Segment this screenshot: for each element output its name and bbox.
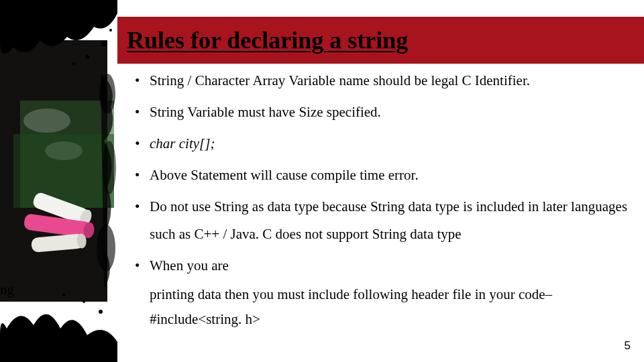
svg-rect-13	[32, 191, 91, 226]
svg-point-8	[83, 300, 85, 303]
svg-point-7	[99, 310, 103, 314]
content-area: String / Character Array Variable name s…	[131, 67, 634, 333]
svg-rect-17	[31, 233, 85, 253]
svg-rect-15	[23, 213, 92, 239]
bullet-item-code: char city[];	[131, 130, 634, 158]
title-bar: Rules for declaring a string	[117, 17, 644, 64]
svg-point-9	[62, 294, 65, 296]
bullet-item: When you are	[131, 252, 634, 280]
svg-rect-0	[0, 40, 107, 302]
bullet-item: Above Statement will cause compile time …	[131, 162, 634, 189]
svg-point-6	[72, 62, 75, 65]
bullet-item: Do not use String as data type because S…	[131, 193, 634, 248]
slide: Rules for declaring a string String / Ch…	[0, 0, 644, 362]
svg-point-12	[97, 225, 115, 272]
svg-point-20	[45, 141, 83, 160]
bullet-list: String / Character Array Variable name s…	[131, 67, 634, 280]
svg-point-4	[85, 55, 89, 59]
svg-rect-1	[20, 101, 114, 208]
svg-point-14	[78, 208, 93, 227]
bullet-continuation: printing data then you must include foll…	[131, 281, 634, 308]
bullet-item: String / Character Array Variable name s…	[131, 67, 634, 95]
svg-point-11	[103, 141, 116, 194]
svg-point-3	[101, 41, 107, 46]
svg-point-18	[76, 233, 87, 249]
chalkboard-graphic	[0, 0, 117, 362]
bullet-continuation: #include<string. h>	[131, 306, 634, 333]
svg-point-19	[23, 109, 70, 133]
svg-point-5	[109, 29, 112, 32]
page-number: 5	[625, 339, 631, 353]
bullet-item: String Variable must have Size specified…	[131, 99, 634, 126]
svg-rect-2	[13, 134, 114, 208]
svg-point-10	[99, 74, 115, 114]
slide-title: Rules for declaring a string	[127, 26, 408, 54]
cutoff-text-fragment: ng	[0, 282, 14, 298]
svg-point-16	[83, 221, 95, 239]
